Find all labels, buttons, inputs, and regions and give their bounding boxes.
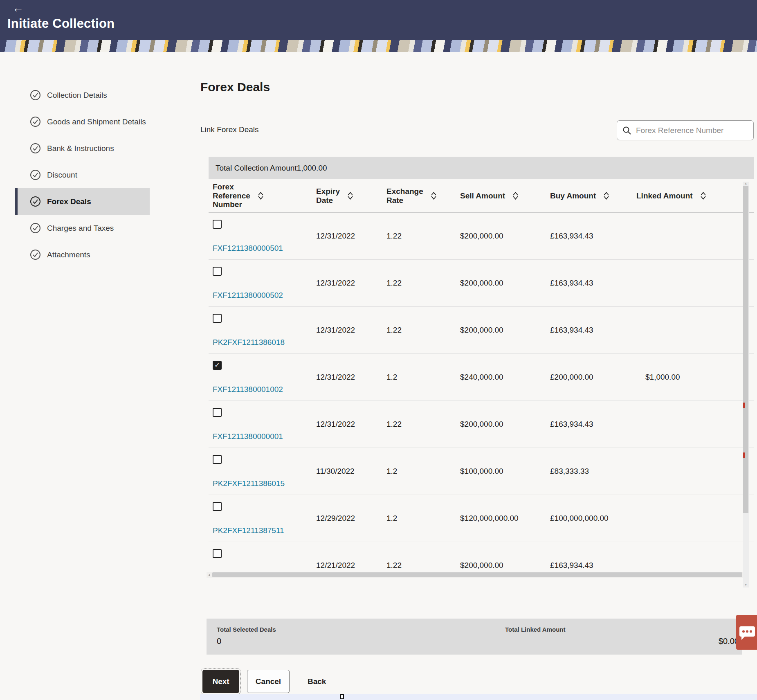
back-button[interactable]: Back xyxy=(308,670,326,693)
forex-reference-link[interactable]: PK2FXF1211386018 xyxy=(213,338,316,347)
row-checkbox[interactable] xyxy=(213,314,222,323)
linked-amount-cell xyxy=(636,213,754,259)
horizontal-scrollbar[interactable]: ◂ xyxy=(207,572,749,578)
sidebar-item-discount[interactable]: Discount xyxy=(15,162,150,188)
sell-amount-cell: $200,000.00 xyxy=(460,307,550,353)
expiry-date-cell: 12/31/2022 xyxy=(316,307,386,353)
buy-amount-cell: £100,000,000.00 xyxy=(550,495,636,542)
sidebar-item-collection-details[interactable]: Collection Details xyxy=(15,82,150,108)
row-checkbox[interactable]: ✓ xyxy=(213,361,222,370)
row-checkbox[interactable] xyxy=(213,267,222,276)
sidebar-item-label: Discount xyxy=(47,171,77,180)
linked-amount-cell: $1,000.00 xyxy=(636,354,754,401)
sidebar-item-label: Goods and Shipment Details xyxy=(47,117,146,126)
total-selected-deals-label: Total Selected Deals xyxy=(217,626,276,633)
table-body: FXF1211380000501 12/31/2022 1.22 $200,00… xyxy=(209,213,754,572)
row-checkbox[interactable] xyxy=(213,502,222,511)
row-checkbox[interactable] xyxy=(213,220,222,229)
scroll-left-icon[interactable]: ◂ xyxy=(207,572,211,578)
exchange-rate-cell: 1.22 xyxy=(386,401,460,448)
buy-amount-cell: £163,934.43 xyxy=(550,401,636,448)
next-button[interactable]: Next xyxy=(202,670,239,693)
forex-reference-cell xyxy=(209,542,316,572)
buy-amount-cell: £200,000.00 xyxy=(550,354,636,401)
row-checkbox[interactable] xyxy=(213,408,222,417)
summary-bar: Total Selected Deals 0 Total Linked Amou… xyxy=(207,619,742,655)
column-header-buy-amount: Buy Amount xyxy=(550,179,636,212)
column-header-linked-amount: Linked Amount xyxy=(636,179,754,212)
scroll-up-icon[interactable]: ▲ xyxy=(743,182,749,185)
table-row: PK2FXF1211386015 11/30/2022 1.2 $100,000… xyxy=(209,448,754,495)
sort-icon[interactable] xyxy=(512,192,519,200)
forex-reference-link[interactable]: PK2FXF1211387511 xyxy=(213,526,316,535)
forex-reference-cell: ✓ FXF1211380001002 xyxy=(209,354,316,401)
forex-reference-link[interactable]: FXF1211380000001 xyxy=(213,432,316,441)
chat-button[interactable] xyxy=(736,615,757,650)
linked-amount-cell xyxy=(636,542,754,572)
horizontal-scrollbar-thumb[interactable] xyxy=(212,572,742,577)
forex-reference-link[interactable]: FXF1211380000502 xyxy=(213,291,316,300)
sell-amount-cell: $200,000.00 xyxy=(460,260,550,306)
row-checkbox[interactable] xyxy=(213,549,222,558)
sell-amount-cell: $200,000.00 xyxy=(460,542,550,572)
chat-icon xyxy=(739,626,755,640)
buy-amount-cell: £163,934.43 xyxy=(550,260,636,306)
column-header-label: Sell Amount xyxy=(460,191,505,200)
sort-icon[interactable] xyxy=(431,192,437,200)
wizard-steps-sidebar: Collection Details Goods and Shipment De… xyxy=(15,82,150,268)
sort-icon[interactable] xyxy=(347,192,353,200)
exchange-rate-cell: 1.22 xyxy=(386,260,460,306)
section-title: Forex Deals xyxy=(200,80,270,94)
search-input[interactable] xyxy=(636,126,748,135)
table-row: ✓ FXF1211380001002 12/31/2022 1.2 $240,0… xyxy=(209,354,754,401)
expiry-date-cell: 11/30/2022 xyxy=(316,448,386,495)
exchange-rate-cell: 1.2 xyxy=(386,354,460,401)
sort-icon[interactable] xyxy=(258,192,264,200)
buy-amount-cell: £163,934.43 xyxy=(550,307,636,353)
check-circle-icon xyxy=(30,169,41,180)
column-header-label: Expiry Date xyxy=(316,187,340,205)
linked-amount-cell xyxy=(636,401,754,448)
forex-reference-cell: FXF1211380000001 xyxy=(209,401,316,448)
table-header-row: Forex Reference Number Expiry Date Excha… xyxy=(209,179,754,213)
forex-reference-link[interactable]: FXF1211380000501 xyxy=(213,244,316,253)
check-circle-icon xyxy=(30,90,41,101)
sidebar-item-label: Attachments xyxy=(47,250,90,259)
vertical-scrollbar[interactable]: ▲ ▼ xyxy=(743,182,749,587)
sidebar-item-goods-and-shipment-details[interactable]: Goods and Shipment Details xyxy=(15,108,150,135)
sort-icon[interactable] xyxy=(603,192,609,200)
row-checkbox[interactable] xyxy=(213,455,222,464)
table-row: PK2FXF1211387511 12/29/2022 1.2 $120,000… xyxy=(209,495,754,542)
check-circle-icon xyxy=(30,196,41,207)
total-selected-deals-value: 0 xyxy=(217,637,221,646)
exchange-rate-cell: 1.2 xyxy=(386,495,460,542)
scroll-down-icon[interactable]: ▼ xyxy=(743,583,749,587)
buy-amount-cell: £83,333.33 xyxy=(550,448,636,495)
forex-search-box xyxy=(617,120,754,140)
sell-amount-cell: $120,000,000.00 xyxy=(460,495,550,542)
check-circle-icon xyxy=(30,249,41,260)
column-header-forex-reference-number: Forex Reference Number xyxy=(209,179,316,212)
column-header-label: Buy Amount xyxy=(550,191,596,200)
forex-reference-cell: PK2FXF1211386015 xyxy=(209,448,316,495)
forex-reference-link[interactable]: FXF1211380001002 xyxy=(213,385,316,394)
total-linked-amount-label: Total Linked Amount xyxy=(505,626,566,633)
sidebar-item-forex-deals[interactable]: Forex Deals xyxy=(15,188,150,215)
sidebar-item-attachments[interactable]: Attachments xyxy=(15,241,150,268)
sidebar-item-bank-instructions[interactable]: Bank & Instructions xyxy=(15,135,150,162)
app-header: ← Initiate Collection xyxy=(0,0,757,40)
scrollbar-marker xyxy=(743,403,745,408)
sidebar-item-charges-and-taxes[interactable]: Charges and Taxes xyxy=(15,215,150,241)
sort-icon[interactable] xyxy=(700,192,706,200)
sell-amount-cell: $200,000.00 xyxy=(460,401,550,448)
vertical-scrollbar-thumb[interactable] xyxy=(743,186,748,513)
exchange-rate-cell: 1.22 xyxy=(386,213,460,259)
forex-reference-link[interactable]: PK2FXF1211386015 xyxy=(213,479,316,488)
linked-amount-cell xyxy=(636,307,754,353)
decorative-banner xyxy=(0,40,757,52)
back-arrow-icon[interactable]: ← xyxy=(12,2,24,15)
cancel-button[interactable]: Cancel xyxy=(247,670,290,693)
column-header-label: Exchange Rate xyxy=(386,187,423,205)
linked-amount-cell xyxy=(636,495,754,542)
search-icon xyxy=(622,126,632,135)
